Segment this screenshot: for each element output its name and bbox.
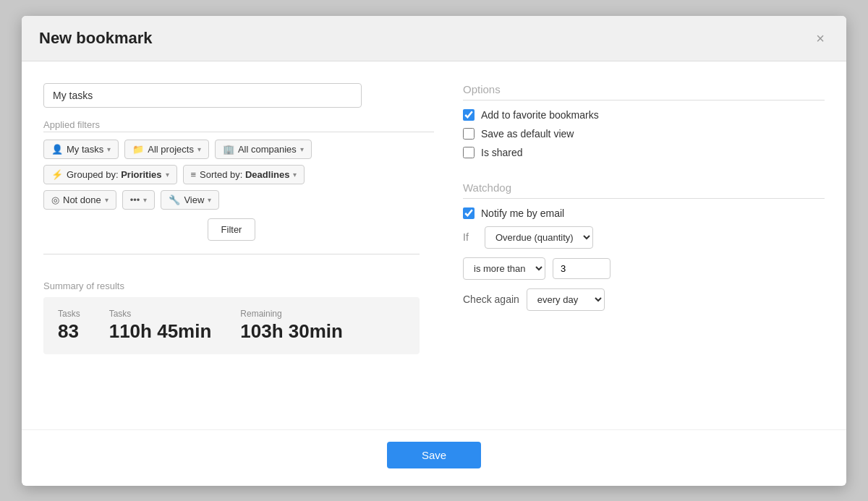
group-icon: ⚡	[51, 169, 63, 180]
chevron-down-icon: ▾	[166, 171, 169, 179]
chevron-down-icon: ▾	[208, 196, 211, 204]
filter-label: Sorted by: Deadlines	[200, 169, 289, 180]
watchdog-title: Watchdog	[463, 181, 825, 194]
close-button[interactable]: ×	[812, 30, 829, 47]
filter-label: All projects	[148, 144, 194, 155]
filter-label: All companies	[238, 144, 297, 155]
summary-tasks-time-value: 110h 45min	[109, 320, 212, 343]
threshold-input[interactable]	[553, 258, 610, 279]
frequency-select[interactable]: every day every hour every week	[527, 288, 605, 311]
options-title: Options	[463, 83, 825, 95]
condition-select[interactable]: Overdue (quantity) Overdue (time) Due so…	[485, 226, 593, 249]
filter-more[interactable]: ••• ▾	[122, 190, 156, 210]
filter-all-projects[interactable]: 📁 All projects ▾	[124, 140, 209, 159]
filter-label: My tasks	[67, 144, 103, 155]
operator-row: is more than is less than equals	[463, 257, 825, 280]
right-panel: Options Add to favorite bookmarks Save a…	[463, 83, 825, 415]
watchdog-divider	[463, 198, 825, 199]
summary-tasks-time-label: Tasks	[109, 309, 212, 319]
option-shared: Is shared	[463, 147, 825, 158]
shared-checkbox[interactable]	[463, 147, 475, 158]
filter-grouped-by[interactable]: ⚡ Grouped by: Priorities ▾	[43, 165, 177, 184]
summary-tasks: Tasks 83	[58, 309, 80, 343]
dots-icon: •••	[130, 194, 140, 205]
person-icon: 👤	[51, 144, 63, 155]
summary-divider	[43, 254, 420, 254]
option-favorite: Add to favorite bookmarks	[463, 109, 825, 121]
applied-filters-section: Applied filters 👤 My tasks ▾ 📁 All proje…	[43, 119, 434, 241]
options-divider	[463, 100, 825, 100]
save-button[interactable]: Save	[387, 442, 481, 468]
operator-select[interactable]: is more than is less than equals	[463, 257, 545, 280]
summary-remaining-value: 103h 30min	[240, 320, 343, 343]
chevron-down-icon: ▾	[105, 196, 109, 204]
applied-filters-label: Applied filters	[43, 119, 434, 130]
filter-not-done[interactable]: ◎ Not done ▾	[43, 190, 116, 210]
watchdog-section: Watchdog Notify me by email If Overdue (…	[463, 176, 825, 311]
filter-all-companies[interactable]: 🏢 All companies ▾	[215, 140, 312, 159]
chevron-down-icon: ▾	[300, 145, 304, 153]
summary-remaining-label: Remaining	[240, 309, 343, 319]
circle-icon: ◎	[51, 194, 59, 205]
bookmark-name-input[interactable]	[43, 83, 362, 108]
filter-label: Grouped by: Priorities	[67, 169, 162, 180]
filter-label: View	[184, 194, 204, 205]
left-panel: Applied filters 👤 My tasks ▾ 📁 All proje…	[43, 83, 434, 415]
filters-row: 👤 My tasks ▾ 📁 All projects ▾ 🏢 All comp…	[43, 140, 434, 159]
dialog-footer: Save	[22, 429, 846, 486]
dialog-header: New bookmark ×	[22, 16, 846, 61]
summary-box: Tasks 83 Tasks 110h 45min Remaining 103h…	[43, 297, 420, 354]
check-again-row: Check again every day every hour every w…	[463, 288, 825, 311]
filter-view[interactable]: 🔧 View ▾	[161, 190, 219, 210]
chevron-down-icon: ▾	[293, 171, 297, 179]
filter-sorted-by[interactable]: ≡ Sorted by: Deadlines ▾	[183, 165, 305, 184]
new-bookmark-dialog: New bookmark × Applied filters 👤 My task…	[22, 16, 846, 486]
filter-button[interactable]: Filter	[208, 218, 256, 241]
favorite-label: Add to favorite bookmarks	[481, 109, 599, 121]
filters-divider	[43, 132, 434, 132]
folder-icon: 📁	[132, 144, 144, 155]
view-icon: 🔧	[169, 194, 180, 205]
notify-checkbox[interactable]	[463, 207, 475, 219]
filter-label: Not done	[63, 194, 101, 205]
chevron-down-icon: ▾	[107, 145, 111, 153]
chevron-down-icon: ▾	[143, 196, 147, 204]
summary-remaining: Remaining 103h 30min	[240, 309, 343, 343]
default-checkbox[interactable]	[463, 128, 475, 140]
filters-row-2: ⚡ Grouped by: Priorities ▾ ≡ Sorted by: …	[43, 165, 434, 184]
summary-tasks-time: Tasks 110h 45min	[109, 309, 212, 343]
options-section: Options Add to favorite bookmarks Save a…	[463, 83, 825, 166]
if-label: If	[463, 231, 477, 243]
dialog-body: Applied filters 👤 My tasks ▾ 📁 All proje…	[22, 61, 846, 429]
if-condition-row: If Overdue (quantity) Overdue (time) Due…	[463, 226, 825, 249]
notify-label: Notify me by email	[481, 207, 564, 219]
summary-section: Summary of results Tasks 83 Tasks 110h 4…	[43, 281, 434, 354]
filters-row-3: ◎ Not done ▾ ••• ▾ 🔧 View ▾	[43, 190, 434, 210]
building-icon: 🏢	[223, 144, 234, 155]
option-default: Save as default view	[463, 128, 825, 140]
chevron-down-icon: ▾	[197, 145, 201, 153]
summary-tasks-label: Tasks	[58, 309, 80, 319]
notify-row: Notify me by email	[463, 207, 825, 219]
favorite-checkbox[interactable]	[463, 109, 475, 121]
sort-icon: ≡	[191, 169, 197, 180]
summary-tasks-value: 83	[58, 320, 80, 343]
filter-my-tasks[interactable]: 👤 My tasks ▾	[43, 140, 119, 159]
summary-label: Summary of results	[43, 281, 434, 291]
shared-label: Is shared	[481, 147, 523, 158]
check-again-label: Check again	[463, 294, 519, 305]
dialog-title: New bookmark	[39, 29, 153, 48]
default-label: Save as default view	[481, 128, 574, 140]
